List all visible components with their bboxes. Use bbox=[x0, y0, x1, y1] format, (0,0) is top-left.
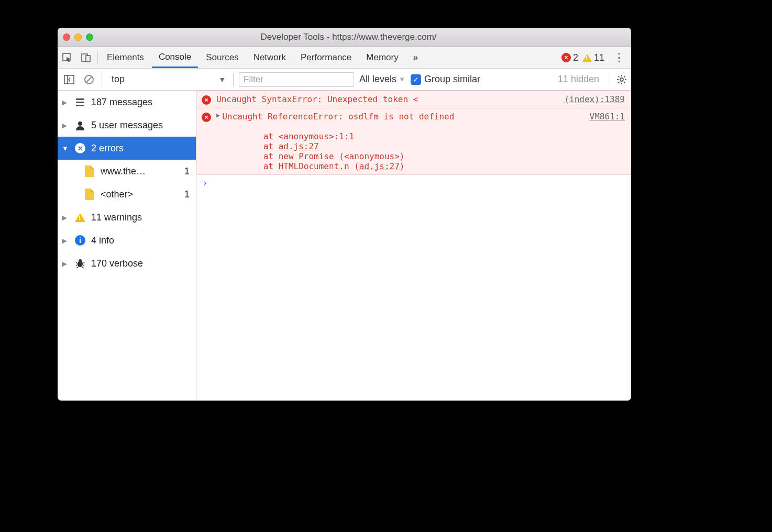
message-source-link[interactable]: VM861:1 bbox=[590, 112, 625, 121]
tab-network[interactable]: Network bbox=[247, 47, 293, 68]
divider bbox=[233, 73, 234, 86]
divider bbox=[102, 73, 102, 86]
titlebar: Developer Tools - https://www.theverge.c… bbox=[58, 28, 631, 47]
kebab-menu-icon[interactable]: ⋮ bbox=[609, 51, 629, 64]
svg-point-7 bbox=[620, 78, 623, 81]
sidebar-item-count: 1 bbox=[184, 166, 192, 177]
device-toolbar-icon[interactable] bbox=[76, 47, 95, 68]
sidebar-item-label: 187 messages bbox=[91, 97, 152, 108]
filter-input[interactable]: Filter bbox=[239, 72, 354, 87]
console-sidebar: ▶ 187 messages ▶ 5 user messages ▼ ✕ 2 e… bbox=[58, 91, 196, 401]
chevron-down-icon: ▼ bbox=[218, 75, 226, 84]
sidebar-subitem-other[interactable]: <other> 1 bbox=[58, 183, 196, 206]
tab-sources[interactable]: Sources bbox=[199, 47, 245, 68]
chevron-down-icon: ▼ bbox=[399, 75, 405, 83]
sidebar-item-verbose[interactable]: ▶ 170 verbose bbox=[58, 252, 196, 275]
bug-icon bbox=[74, 258, 86, 269]
triangle-right-icon: ▶ bbox=[62, 260, 69, 268]
close-icon[interactable] bbox=[63, 34, 70, 41]
error-icon: × bbox=[561, 53, 571, 62]
triangle-right-icon[interactable]: ▶ bbox=[216, 112, 220, 119]
sidebar-item-warnings[interactable]: ▶ 11 warnings bbox=[58, 206, 196, 229]
stack-line: ) bbox=[400, 161, 405, 171]
sidebar-item-label: <other> bbox=[101, 189, 133, 200]
context-value: top bbox=[112, 74, 125, 85]
stack-line: at <anonymous>:1:1 bbox=[243, 131, 354, 141]
sidebar-item-user-messages[interactable]: ▶ 5 user messages bbox=[58, 114, 196, 137]
group-similar-checkbox[interactable]: ✓ Group similar bbox=[411, 74, 480, 85]
window-title: Developer Tools - https://www.theverge.c… bbox=[71, 32, 626, 42]
sidebar-item-label: 11 warnings bbox=[91, 212, 142, 223]
svg-point-10 bbox=[79, 259, 82, 262]
tab-overflow-icon[interactable]: » bbox=[406, 47, 425, 68]
tab-strip: Elements Console Sources Network Perform… bbox=[58, 47, 631, 69]
sidebar-item-errors[interactable]: ▼ ✕ 2 errors bbox=[58, 137, 196, 160]
sidebar-item-messages[interactable]: ▶ 187 messages bbox=[58, 91, 196, 114]
svg-rect-2 bbox=[86, 56, 90, 62]
error-icon: × bbox=[202, 95, 211, 105]
message-source-link[interactable]: (index):1389 bbox=[564, 94, 625, 104]
divider bbox=[97, 51, 98, 64]
triangle-down-icon: ▼ bbox=[62, 145, 69, 152]
main-body: ▶ 187 messages ▶ 5 user messages ▼ ✕ 2 e… bbox=[58, 91, 631, 401]
info-icon: i bbox=[74, 235, 86, 246]
triangle-right-icon: ▶ bbox=[62, 237, 69, 245]
error-icon: × bbox=[202, 113, 211, 122]
tab-console[interactable]: Console bbox=[152, 47, 198, 68]
triangle-right-icon: ▶ bbox=[62, 98, 69, 106]
sidebar-item-label: 170 verbose bbox=[91, 258, 143, 269]
console-error-message[interactable]: × ▶ Uncaught ReferenceError: osdlfm is n… bbox=[196, 108, 631, 175]
error-icon: ✕ bbox=[74, 143, 86, 153]
sidebar-item-label: 2 errors bbox=[91, 143, 124, 154]
sidebar-item-label: www.the… bbox=[101, 166, 146, 177]
list-icon bbox=[74, 98, 86, 106]
error-count-badge[interactable]: × 2 bbox=[561, 52, 578, 63]
warning-icon bbox=[582, 54, 592, 62]
file-icon bbox=[84, 165, 95, 177]
inspect-element-icon[interactable] bbox=[58, 47, 76, 68]
sidebar-subitem-file[interactable]: www.the… 1 bbox=[58, 160, 196, 183]
console-toolbar: top ▼ Filter All levels ▼ ✓ Group simila… bbox=[58, 69, 631, 91]
stack-link[interactable]: ad.js:27 bbox=[279, 141, 319, 151]
stack-line: at new Promise (<anonymous>) bbox=[243, 151, 404, 161]
svg-point-8 bbox=[78, 121, 82, 126]
warning-count: 11 bbox=[594, 52, 604, 63]
triangle-right-icon: ▶ bbox=[62, 214, 69, 221]
triangle-right-icon: ▶ bbox=[62, 121, 69, 129]
console-output: × Uncaught SyntaxError: Unexpected token… bbox=[196, 91, 631, 401]
sidebar-item-count: 1 bbox=[184, 189, 192, 200]
gear-icon[interactable] bbox=[610, 74, 627, 85]
warning-count-badge[interactable]: 11 bbox=[582, 52, 604, 63]
log-level-value: All levels bbox=[359, 74, 396, 85]
console-prompt[interactable]: › bbox=[196, 175, 631, 191]
error-count: 2 bbox=[573, 52, 578, 63]
svg-rect-3 bbox=[64, 75, 74, 84]
hidden-count[interactable]: 11 hidden bbox=[558, 74, 599, 85]
stack-trace: at <anonymous>:1:1 at ad.js:27 at new Pr… bbox=[243, 121, 626, 171]
clear-console-icon[interactable] bbox=[82, 74, 96, 85]
sidebar-toggle-icon[interactable] bbox=[62, 75, 76, 84]
context-selector[interactable]: top ▼ bbox=[107, 74, 228, 85]
warning-icon bbox=[74, 213, 86, 222]
checkbox-checked-icon: ✓ bbox=[411, 74, 421, 85]
devtools-window: Developer Tools - https://www.theverge.c… bbox=[58, 28, 631, 401]
svg-line-6 bbox=[86, 76, 92, 83]
tab-memory[interactable]: Memory bbox=[359, 47, 405, 68]
user-icon bbox=[74, 120, 86, 130]
message-text: Uncaught ReferenceError: osdlfm is not d… bbox=[222, 112, 454, 121]
stack-line: at bbox=[243, 141, 278, 151]
stack-line: at HTMLDocument.n ( bbox=[243, 161, 359, 171]
sidebar-item-label: 5 user messages bbox=[91, 120, 163, 131]
tab-elements[interactable]: Elements bbox=[100, 47, 151, 68]
log-level-selector[interactable]: All levels ▼ bbox=[359, 74, 405, 85]
sidebar-item-label: 4 info bbox=[91, 235, 114, 246]
tab-performance[interactable]: Performance bbox=[294, 47, 358, 68]
file-icon bbox=[84, 189, 95, 200]
sidebar-item-info[interactable]: ▶ i 4 info bbox=[58, 229, 196, 252]
console-error-message[interactable]: × Uncaught SyntaxError: Unexpected token… bbox=[196, 91, 631, 108]
stack-link[interactable]: ad.js:27 bbox=[359, 161, 400, 171]
group-similar-label: Group similar bbox=[424, 74, 480, 85]
